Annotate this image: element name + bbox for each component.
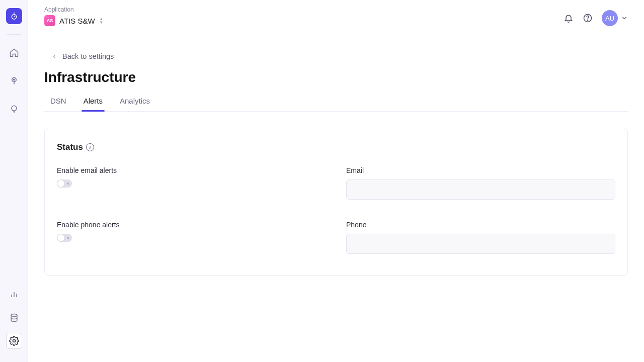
user-menu[interactable]: AU (602, 10, 628, 26)
toggle-off-icon (66, 236, 70, 240)
email-alerts-toggle-group: Enable email alerts (57, 166, 326, 200)
chevron-down-icon (621, 15, 628, 22)
sidebar-divider (7, 34, 21, 35)
help-icon (583, 13, 593, 23)
sidebar-item-home[interactable] (6, 45, 22, 61)
application-selector-label: Application (44, 6, 103, 13)
phone-input[interactable] (346, 234, 615, 254)
sidebar-item-analytics[interactable] (6, 287, 22, 303)
toggle-knob (57, 234, 64, 241)
svg-point-5 (13, 340, 15, 342)
tab-alerts[interactable]: Alerts (83, 93, 104, 111)
back-label: Back to settings (62, 52, 114, 60)
home-icon (9, 48, 19, 58)
phone-alerts-toggle[interactable] (57, 234, 72, 242)
chevron-left-icon (51, 53, 57, 59)
phone-input-group: Phone (346, 221, 615, 254)
gear-icon (9, 336, 19, 346)
topbar: Application AS ATIS S&W ▴▾ (28, 0, 644, 36)
tab-analytics[interactable]: Analytics (119, 93, 151, 111)
sidebar-item-settings[interactable] (6, 333, 22, 349)
phone-alerts-toggle-group: Enable phone alerts (57, 221, 326, 254)
tab-dsn[interactable]: DSN (49, 93, 67, 111)
database-icon (9, 313, 19, 323)
svg-point-3 (12, 106, 17, 111)
toggle-off-icon (66, 182, 70, 186)
phone-alerts-label: Enable phone alerts (57, 221, 326, 229)
email-alerts-toggle[interactable] (57, 179, 72, 188)
bulb-icon (9, 104, 19, 114)
avatar: AU (602, 10, 618, 26)
sidebar (0, 0, 28, 362)
application-selector[interactable]: Application AS ATIS S&W ▴▾ (44, 6, 103, 26)
selector-arrows-icon: ▴▾ (100, 17, 103, 24)
bell-icon (564, 13, 574, 23)
email-input-group: Email (346, 166, 615, 200)
email-alerts-label: Enable email alerts (57, 166, 326, 174)
card-title: Status (57, 142, 83, 152)
phone-input-label: Phone (346, 221, 615, 229)
status-card: Status i Enable email alerts (44, 129, 628, 276)
bar-chart-icon (9, 290, 19, 300)
help-button[interactable] (583, 13, 593, 23)
stopwatch-icon (10, 12, 18, 20)
sidebar-item-ideas[interactable] (6, 101, 22, 117)
pin-icon (9, 76, 19, 86)
svg-point-2 (13, 79, 15, 80)
tabs: DSN Alerts Analytics (44, 93, 628, 112)
sidebar-item-search[interactable] (6, 73, 22, 89)
app-logo[interactable] (6, 8, 22, 24)
notifications-button[interactable] (564, 13, 574, 23)
svg-point-7 (587, 20, 588, 21)
sidebar-item-database[interactable] (6, 310, 22, 326)
application-name: ATIS S&W (59, 17, 95, 25)
page-title: Infrastructure (44, 69, 628, 85)
toggle-knob (57, 180, 64, 187)
email-input[interactable] (346, 179, 615, 200)
application-badge: AS (44, 15, 55, 26)
svg-point-4 (11, 314, 17, 317)
back-to-settings-link[interactable]: Back to settings (51, 52, 114, 60)
info-icon[interactable]: i (86, 143, 94, 151)
email-input-label: Email (346, 166, 615, 174)
